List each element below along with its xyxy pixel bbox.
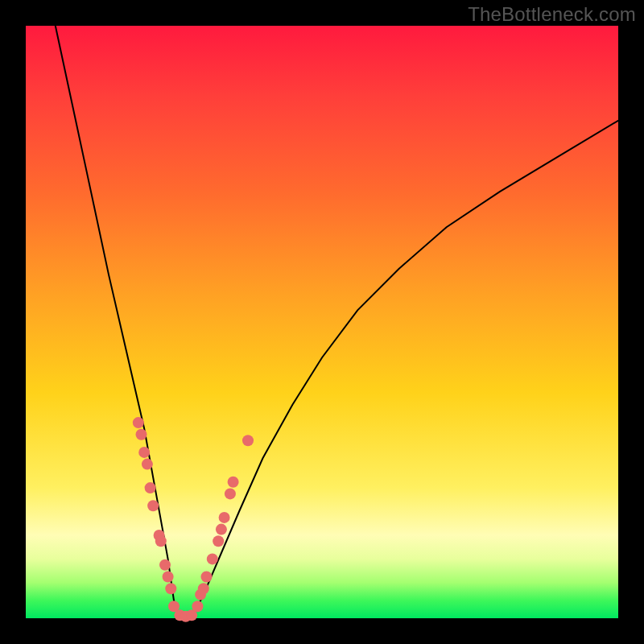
scatter-dot	[198, 583, 209, 594]
scatter-dot	[147, 500, 159, 511]
scatter-dot	[133, 417, 144, 428]
scatter-dot	[192, 601, 203, 612]
chart-frame: TheBottleneck.com	[0, 0, 644, 644]
scatter-dot	[142, 459, 153, 470]
scatter-dot	[228, 477, 239, 488]
scatter-dot	[136, 429, 147, 440]
chart-svg	[26, 26, 618, 618]
scatter-dot	[216, 524, 227, 535]
scatter-dot	[155, 535, 167, 547]
scatter-dot	[163, 572, 174, 583]
scatter-dot	[213, 535, 224, 547]
watermark-text: TheBottleneck.com	[468, 3, 636, 26]
scatter-dot	[165, 583, 176, 594]
scatter-dot	[225, 488, 236, 499]
scatter-dot	[242, 435, 254, 446]
scatter-dot	[145, 482, 156, 493]
curve-left-branch	[56, 26, 180, 618]
scatter-dot	[138, 447, 150, 458]
scatter-dot	[159, 559, 171, 571]
curve-right-branch	[192, 121, 618, 618]
scatter-dot	[207, 553, 218, 564]
scatter-dot	[201, 572, 213, 583]
plot-area	[26, 26, 618, 618]
scatter-dot	[219, 512, 230, 523]
